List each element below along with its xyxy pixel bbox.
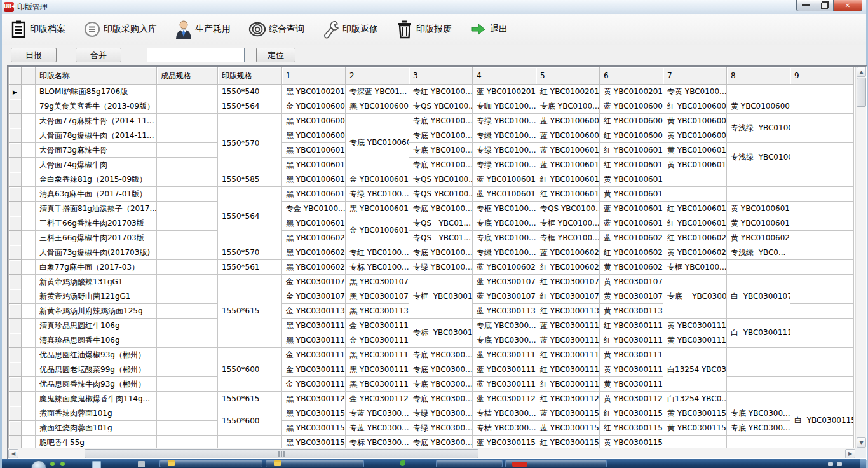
table-cell[interactable]: 清真珍品思圆香牛106g bbox=[36, 333, 157, 348]
table-cell[interactable]: 黄 YBC01006011 bbox=[663, 143, 727, 158]
table-cell[interactable]: 1550*564 bbox=[218, 99, 282, 114]
tray-green-icon[interactable] bbox=[60, 462, 65, 466]
table-cell[interactable] bbox=[22, 377, 36, 392]
table-cell[interactable]: 专深蓝 YBC01... bbox=[346, 85, 409, 99]
table-cell[interactable]: 黄 YBC01006008 bbox=[663, 114, 727, 128]
table-cell[interactable]: 红 YBC01006017 bbox=[536, 187, 600, 202]
table-cell[interactable]: 红 YBC03001117 bbox=[536, 377, 600, 392]
table-cell[interactable]: 黄 YBC01006012 bbox=[663, 158, 727, 172]
table-cell[interactable]: 专框 YBC0100... bbox=[473, 202, 536, 216]
table-cell[interactable]: 黑 YBC03001151 bbox=[282, 406, 346, 421]
table-cell[interactable]: 黄 YBC03001073 bbox=[600, 289, 663, 304]
table-cell[interactable] bbox=[790, 99, 854, 114]
table-cell[interactable] bbox=[157, 362, 218, 377]
table-cell[interactable]: 专框 YBC03001072 bbox=[409, 275, 473, 319]
table-cell[interactable]: 专绿 YBC0100... bbox=[473, 158, 536, 172]
table-cell[interactable]: 专底 YBC0100... bbox=[473, 216, 536, 231]
table-cell[interactable]: 大骨面73g爆椒牛肉(201703版) bbox=[36, 245, 157, 260]
table-cell[interactable]: 黄 YBC01006019 bbox=[727, 216, 790, 231]
table-cell[interactable] bbox=[157, 260, 218, 275]
table-cell[interactable] bbox=[790, 260, 854, 275]
table-cell[interactable]: 蓝 YBC01006021 bbox=[536, 245, 600, 260]
table-cell[interactable] bbox=[727, 348, 790, 362]
table-cell[interactable]: 金 YBC03001112 bbox=[346, 319, 409, 333]
table-cell[interactable] bbox=[727, 392, 790, 406]
table-cell[interactable]: 黑 YBC03001115 bbox=[346, 348, 409, 362]
show-desktop-button[interactable] bbox=[860, 459, 866, 468]
table-cell[interactable]: 1550*600 bbox=[218, 348, 282, 392]
table-cell[interactable]: 金 YBC03001073 bbox=[282, 289, 346, 304]
toolbar-item-purchase-inbound[interactable]: 印版采购入库 bbox=[83, 20, 157, 39]
row-indicator[interactable] bbox=[9, 128, 22, 143]
vertical-scroll-thumb[interactable] bbox=[857, 78, 866, 107]
table-cell[interactable] bbox=[790, 275, 854, 289]
table-cell[interactable]: 蓝 YBC03001117 bbox=[473, 377, 536, 392]
table-cell[interactable]: 蓝 YBC01006022 bbox=[473, 260, 536, 275]
row-indicator[interactable] bbox=[9, 304, 22, 319]
table-cell[interactable] bbox=[727, 85, 790, 99]
table-cell[interactable] bbox=[727, 362, 790, 377]
table-cell[interactable]: 专QS YBC0100... bbox=[409, 99, 473, 114]
column-header[interactable]: 7 bbox=[663, 67, 727, 85]
table-cell[interactable] bbox=[157, 114, 218, 128]
scroll-left-icon[interactable]: ◀ bbox=[8, 449, 18, 458]
table-cell[interactable]: 大骨面73g麻辣牛骨 bbox=[36, 143, 157, 158]
table-cell[interactable]: 1550*564 bbox=[218, 187, 282, 245]
table-cell[interactable]: 金 YBC01006019 bbox=[346, 216, 409, 245]
table-cell[interactable]: 清真手擀面81g油泼辣子（2017... bbox=[36, 202, 157, 216]
table-cell[interactable]: 蓝 YBC01006008 bbox=[536, 114, 600, 128]
table-cell[interactable]: 蓝 YBC01006020 bbox=[600, 231, 663, 245]
table-cell[interactable]: 红 YBC01006008 bbox=[600, 114, 663, 128]
table-cell[interactable]: 黑 YBC01006019 bbox=[282, 216, 346, 231]
table-cell[interactable]: 1550*570 bbox=[218, 114, 282, 172]
table-cell[interactable]: 专绿 YBC0300... bbox=[409, 421, 473, 436]
table-cell[interactable]: 蓝 YBC01006015 bbox=[473, 172, 536, 187]
table-cell[interactable]: 专底 YBC0100... bbox=[409, 245, 473, 260]
table-cell[interactable]: 红 YBC01006022 bbox=[536, 260, 600, 275]
table-cell[interactable]: 专蓝 YBC0300... bbox=[346, 406, 409, 421]
table-cell[interactable] bbox=[22, 172, 36, 187]
table-cell[interactable]: 黄 YBC01002016 bbox=[600, 85, 663, 99]
table-cell[interactable]: 黄 YBC03001151 bbox=[663, 406, 727, 421]
table-cell[interactable] bbox=[22, 245, 36, 260]
table-cell[interactable]: 1550*540 bbox=[218, 85, 282, 99]
table-cell[interactable]: 新黄帝鸡汤酸辣131gG1 bbox=[36, 275, 157, 289]
table-cell[interactable] bbox=[157, 202, 218, 216]
table-cell[interactable] bbox=[790, 319, 854, 333]
table-cell[interactable]: 黄 YBC01006003 bbox=[727, 99, 790, 114]
table-cell[interactable] bbox=[790, 436, 854, 448]
row-indicator-header[interactable] bbox=[9, 67, 22, 85]
scroll-right-icon[interactable]: ▶ bbox=[845, 449, 855, 458]
table-cell[interactable]: 黄 YBC03001117 bbox=[600, 377, 663, 392]
table-cell[interactable] bbox=[157, 99, 218, 114]
table-cell[interactable]: 红 YBC03001113 bbox=[600, 333, 663, 348]
table-cell[interactable]: 专底 YBC0100... bbox=[409, 128, 473, 143]
table-cell[interactable] bbox=[157, 421, 218, 436]
table-cell[interactable]: 蓝 YBC03001073 bbox=[473, 289, 536, 304]
table-cell[interactable]: 红 YBC03001134 bbox=[536, 304, 600, 319]
table-cell[interactable]: 1550*570 bbox=[218, 245, 282, 260]
table-cell[interactable]: 魔鬼辣面魔鬼椒爆香牛肉114g... bbox=[36, 392, 157, 406]
table-cell[interactable]: 专底 YBC0300... bbox=[473, 333, 536, 348]
table-cell[interactable]: 三料王66g香辣牛肉201703版 bbox=[36, 216, 157, 231]
table-cell[interactable]: 脆吧香牛55g bbox=[36, 436, 157, 448]
table-cell[interactable]: 清真珍品思圆红牛106g bbox=[36, 319, 157, 333]
table-cell[interactable]: 专红 YBC0100... bbox=[409, 85, 473, 99]
table-cell[interactable] bbox=[22, 187, 36, 202]
table-cell[interactable]: 大骨面77g麻辣牛骨（2014-11... bbox=[36, 114, 157, 128]
table-cell[interactable]: 专QS YBC0100... bbox=[536, 202, 600, 216]
table-cell[interactable] bbox=[157, 377, 218, 392]
table-cell[interactable]: 黑 YBC01006011 bbox=[282, 143, 346, 158]
table-cell[interactable]: 蓝 YBC03001116 bbox=[473, 362, 536, 377]
row-indicator[interactable] bbox=[9, 362, 22, 377]
toolbar-item-plate-scrap[interactable]: 印版报废 bbox=[396, 20, 452, 39]
table-cell[interactable] bbox=[157, 333, 218, 348]
column-header[interactable]: 印版名称 bbox=[36, 67, 157, 85]
table-cell[interactable]: 黄 YBC01006009 bbox=[663, 128, 727, 143]
table-cell[interactable] bbox=[22, 304, 36, 319]
table-cell[interactable]: 黑 YBC01006021 bbox=[282, 245, 346, 260]
row-indicator[interactable] bbox=[9, 406, 22, 421]
table-cell[interactable]: 优品思圆红油爆椒93g（郴州） bbox=[36, 348, 157, 362]
table-cell[interactable] bbox=[790, 377, 854, 392]
table-cell[interactable] bbox=[157, 319, 218, 333]
